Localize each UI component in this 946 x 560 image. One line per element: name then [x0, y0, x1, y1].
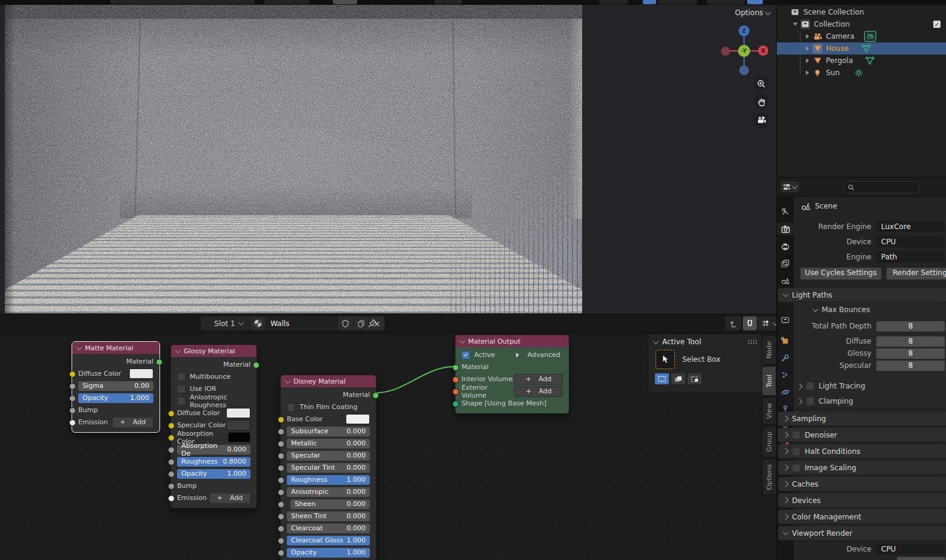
anisotropic-slider[interactable]: Anisotropic0.000: [287, 487, 370, 497]
bump-socket[interactable]: [69, 407, 76, 414]
shader-node-editor[interactable]: Slot 1 Walls ×: [0, 313, 776, 560]
devices-panel-header[interactable]: Devices: [778, 493, 946, 507]
clamping-checkbox[interactable]: [806, 397, 814, 405]
metallic-slider[interactable]: Metallic0.000: [287, 439, 370, 448]
node-header[interactable]: Disney Material: [281, 375, 376, 387]
subsurface-socket[interactable]: [278, 428, 284, 435]
image-scaling-panel-header[interactable]: Image Scaling: [778, 461, 946, 475]
denoiser-panel-header[interactable]: Denoiser: [778, 428, 946, 442]
light-tracing-checkbox[interactable]: [806, 382, 814, 390]
caches-panel-header[interactable]: Caches: [778, 477, 946, 491]
roughness-socket[interactable]: [278, 477, 284, 484]
diffuse-color-socket[interactable]: [69, 371, 76, 378]
select-box-tool-button[interactable]: [656, 350, 675, 369]
tab-output-icon[interactable]: [779, 241, 791, 253]
render-engine-select[interactable]: LuxCore: [876, 221, 945, 232]
sheen-socket[interactable]: [278, 501, 284, 508]
base-color-socket[interactable]: [278, 416, 284, 423]
emission-socket[interactable]: [69, 419, 76, 426]
active-tool-panel[interactable]: Active Tool Select Box: [648, 333, 763, 393]
node-material-output[interactable]: Material Output ✓ActiveAdvanced Material…: [455, 335, 569, 414]
opacity-slider[interactable]: Opacity1.000: [177, 469, 250, 479]
outliner-row-house[interactable]: House: [777, 42, 946, 55]
node-glossy-material[interactable]: Glossy Material Material Multibounce Use…: [170, 344, 257, 508]
use-ior-checkbox[interactable]: [177, 385, 186, 393]
outliner-row-collection[interactable]: Collection ✓: [777, 18, 946, 30]
absorption-depth-slider[interactable]: Absorption De0.000: [177, 445, 250, 455]
sheen-tint-slider[interactable]: Sheen Tint0.000: [287, 512, 370, 521]
pin-icon[interactable]: [367, 318, 377, 328]
opacity-socket[interactable]: [69, 395, 76, 402]
node-disney-material[interactable]: Disney Material Material Thin Film Coati…: [280, 375, 377, 560]
absorption-depth-socket[interactable]: [168, 447, 175, 453]
zoom-button[interactable]: [753, 76, 769, 92]
specular-color-swatch[interactable]: [226, 420, 250, 430]
material-output-socket[interactable]: [156, 359, 163, 365]
camera-data-icon[interactable]: [864, 31, 876, 42]
fake-user-shield-button[interactable]: [338, 316, 354, 330]
material-output-socket[interactable]: [372, 392, 379, 399]
add-emission-button[interactable]: +Add: [209, 493, 250, 504]
material-name-field[interactable]: Walls: [266, 316, 338, 330]
light-tracing-subpanel-header[interactable]: Light Tracing: [797, 382, 865, 390]
sampling-panel-header[interactable]: Sampling: [778, 412, 946, 425]
metallic-socket[interactable]: [278, 441, 284, 447]
clearcoat-slider[interactable]: Clearcoat0.000: [287, 524, 370, 533]
disclosure-triangle-icon[interactable]: [806, 34, 809, 39]
tab-node[interactable]: Node: [762, 335, 776, 365]
clearcoat-gloss-socket[interactable]: [278, 538, 284, 544]
3d-viewport[interactable]: Options Z X -Y: [0, 0, 776, 313]
sheen-slider[interactable]: Sheen0.000: [290, 499, 370, 509]
opacity-slider[interactable]: Opacity1.000: [78, 393, 153, 403]
neg-z-axis-ball[interactable]: [739, 65, 749, 75]
specular-tint-slider[interactable]: Specular Tint0.000: [287, 463, 370, 473]
panel-grip-icon[interactable]: [748, 339, 757, 344]
mesh-data-icon[interactable]: [865, 56, 874, 65]
y-axis-ball[interactable]: -Y: [738, 45, 750, 57]
absorption-color-swatch[interactable]: [228, 432, 250, 442]
outliner-row-sun[interactable]: Sun: [777, 67, 946, 79]
outliner-row-camera[interactable]: Camera: [777, 30, 946, 42]
snapping-toggle-button[interactable]: [742, 316, 757, 331]
max-bounces-subpanel-header[interactable]: Max Bounces: [813, 305, 870, 314]
node-header[interactable]: Matte Material: [72, 342, 159, 354]
add-emission-button[interactable]: +Add: [112, 417, 153, 428]
collapse-chevron-icon[interactable]: [460, 338, 466, 344]
diffuse-color-swatch[interactable]: [226, 408, 250, 418]
tab-render-icon[interactable]: [777, 223, 794, 235]
absorption-color-socket[interactable]: [168, 435, 175, 441]
editor-type-button[interactable]: [780, 181, 799, 192]
disclosure-triangle-icon[interactable]: [806, 46, 809, 51]
node-header[interactable]: Glossy Material: [171, 345, 257, 357]
tab-view[interactable]: View: [762, 397, 776, 425]
shape-socket[interactable]: [452, 401, 459, 407]
multibounce-checkbox[interactable]: [177, 373, 186, 381]
thin-film-checkbox[interactable]: [287, 403, 295, 412]
render-settings-button[interactable]: Render Settings H: [886, 267, 946, 280]
specular-bounces-field[interactable]: 8: [876, 361, 945, 371]
opacity-socket[interactable]: [278, 550, 284, 556]
image-scaling-checkbox[interactable]: [792, 464, 800, 472]
mesh-data-icon[interactable]: [862, 44, 871, 53]
select-mode-subtract-button[interactable]: [687, 373, 702, 385]
outliner-row-pergola[interactable]: Pergola: [777, 55, 946, 67]
neg-x-axis-ball[interactable]: [721, 47, 730, 56]
clearcoat-gloss-slider[interactable]: Clearcoat Gloss1.000: [287, 536, 370, 545]
clamping-subpanel-header[interactable]: Clamping: [797, 397, 853, 405]
halt-conditions-panel-header[interactable]: Halt Conditions: [778, 444, 946, 458]
glossy-bounces-field[interactable]: 8: [876, 348, 945, 359]
engine-select[interactable]: Path: [876, 252, 945, 262]
disclosure-triangle-icon[interactable]: [793, 23, 798, 26]
snap-mode-dropdown[interactable]: [757, 316, 776, 331]
x-axis-ball[interactable]: X: [758, 45, 768, 56]
light-paths-panel-header[interactable]: Light Paths: [778, 288, 946, 302]
material-icon[interactable]: [250, 316, 266, 330]
disclosure-triangle-icon[interactable]: [806, 58, 809, 63]
collapse-chevron-icon[interactable]: [285, 378, 291, 384]
camera-view-button[interactable]: [754, 112, 770, 128]
sigma-socket[interactable]: [69, 383, 76, 390]
pan-hand-button[interactable]: [754, 94, 770, 110]
tab-options[interactable]: Options: [762, 459, 776, 495]
collection-visibility-checkbox[interactable]: ✓: [933, 21, 941, 28]
tab-view-layer-icon[interactable]: [779, 258, 791, 270]
